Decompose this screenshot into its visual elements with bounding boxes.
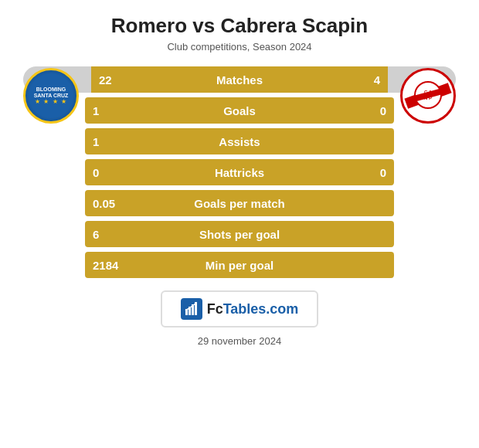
stat-val-left-hattricks: 0 bbox=[85, 166, 124, 179]
fctables-icon bbox=[181, 298, 202, 320]
stat-val-left-min-per-goal: 2184 bbox=[85, 259, 131, 272]
stat-val-left-goals: 1 bbox=[85, 104, 124, 117]
stat-label-shots-per-goal: Shots per goal bbox=[124, 228, 355, 241]
logo-right: C A N P bbox=[400, 68, 456, 124]
stat-val-right-matches: 4 bbox=[349, 73, 388, 87]
stat-val-left-assists: 1 bbox=[85, 135, 124, 148]
stat-row-hattricks: 0 Hattricks 0 bbox=[85, 159, 394, 185]
svg-text:C A: C A bbox=[424, 90, 433, 94]
stat-row-matches: 22 Matches 4 bbox=[23, 66, 456, 93]
stat-row-min-per-goal: 2184 Min per goal bbox=[85, 252, 394, 278]
stat-row-goals-per-match: 0.05 Goals per match bbox=[85, 190, 394, 216]
stat-row-goals: 1 Goals 0 bbox=[85, 97, 394, 124]
stat-val-right-goals: 0 bbox=[355, 104, 394, 117]
fctables-text: FcTables.com bbox=[207, 301, 299, 317]
svg-text:N P: N P bbox=[424, 96, 432, 100]
stat-label-hattricks: Hattricks bbox=[124, 166, 355, 179]
stat-val-left-shots-per-goal: 6 bbox=[85, 228, 124, 241]
page-title: Romero vs Cabrera Scapin bbox=[111, 14, 368, 38]
stat-bar-matches: 22 Matches 4 bbox=[91, 66, 388, 93]
fctables-badge: FcTables.com bbox=[161, 290, 319, 328]
stat-row-assists: 1 Assists bbox=[85, 128, 394, 154]
page-subtitle: Club competitions, Season 2024 bbox=[167, 41, 311, 53]
page-wrapper: Romero vs Cabrera Scapin Club competitio… bbox=[0, 0, 479, 448]
stat-val-right-hattricks: 0 bbox=[355, 166, 394, 179]
logo-left: BLOOMINGSANTA CRUZ ★ ★ ★ ★ bbox=[23, 68, 79, 124]
footer-date: 29 november 2024 bbox=[198, 335, 281, 347]
stat-label-matches: Matches bbox=[130, 73, 349, 87]
stat-val-left-goals-per-match: 0.05 bbox=[85, 197, 131, 210]
stat-label-assists: Assists bbox=[124, 135, 355, 148]
stat-label-goals: Goals bbox=[124, 104, 355, 117]
stat-label-goals-per-match: Goals per match bbox=[131, 197, 348, 210]
stat-row-shots-per-goal: 6 Shots per goal bbox=[85, 221, 394, 247]
stat-val-left-matches: 22 bbox=[91, 73, 130, 87]
stat-label-min-per-goal: Min per goal bbox=[131, 259, 348, 272]
